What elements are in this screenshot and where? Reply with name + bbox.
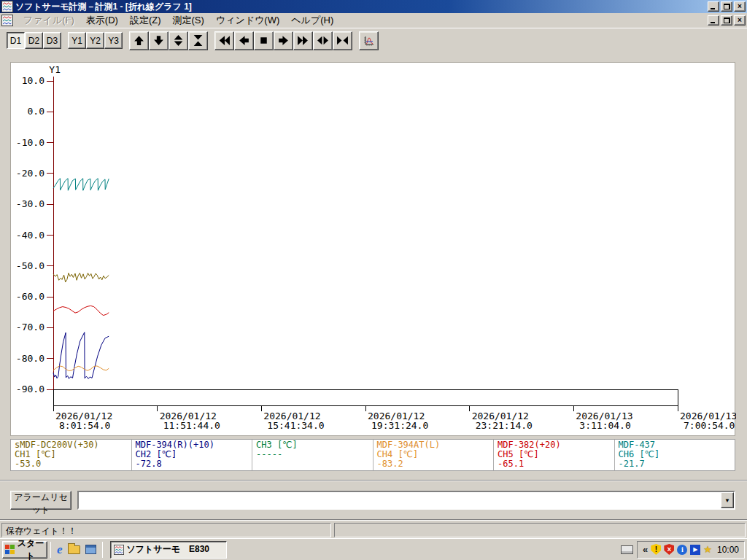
status-panel-right (334, 523, 746, 537)
fast-forward-icon (297, 34, 309, 47)
child-restore-button[interactable] (721, 15, 732, 26)
menu-ファイル(F)[interactable]: ファイル(F) (18, 13, 80, 28)
alarm-reset-button[interactable]: アラームリセット (10, 491, 71, 510)
scroll-up-button[interactable] (129, 31, 149, 50)
arrow-down-icon (152, 34, 165, 47)
app-icon (1, 1, 13, 12)
status-message: 保存ウェイト！！ (1, 523, 331, 537)
security-alert-icon[interactable]: × (664, 544, 674, 555)
desktop: ソフトサーモ計測－計測1 - [折れ線グラフ 1] × ファイル(F)表示(D)… (0, 0, 747, 560)
document-icon[interactable] (1, 15, 13, 26)
system-tray: « ! × i ▶ ★ 10:00 (637, 541, 745, 559)
task-button-softthermo[interactable]: ソフトサーモ E830 (110, 541, 227, 559)
child-close-button[interactable]: × (734, 15, 746, 26)
d2-button[interactable]: D2 (25, 32, 43, 49)
arrow-right-icon (277, 34, 290, 47)
graph-settings-button[interactable] (359, 31, 379, 50)
svg-text:-90.0: -90.0 (16, 384, 44, 394)
d1-button[interactable]: D1 (7, 32, 25, 49)
svg-text:19:31:24.0: 19:31:24.0 (371, 420, 428, 431)
y3-button[interactable]: Y3 (104, 32, 123, 49)
line-chart-svg: Y110.00.0-10.0-20.0-30.0-40.0-50.0-60.0-… (11, 63, 736, 437)
show-desktop-icon[interactable] (85, 545, 96, 554)
svg-text:-80.0: -80.0 (16, 353, 44, 364)
info-balloon-icon[interactable]: i (677, 545, 687, 555)
legend-cell-ch1: sMDF-DC200V(+30)CH1 [℃]-53.0 (11, 440, 132, 470)
svg-text:0.0: 0.0 (28, 106, 44, 117)
compress-vert-icon (192, 34, 204, 47)
menu-設定(Z)[interactable]: 設定(Z) (124, 13, 167, 28)
svg-text:10.0: 10.0 (22, 75, 44, 86)
expand-x-button[interactable] (313, 31, 333, 50)
arrow-left-icon (238, 34, 250, 47)
svg-text:15:41:34.0: 15:41:34.0 (267, 420, 324, 431)
close-button[interactable]: × (734, 1, 746, 12)
status-bar: 保存ウェイト！！ (0, 519, 747, 538)
taskbar-separator (50, 542, 51, 558)
y2-button[interactable]: Y2 (86, 32, 104, 49)
legend-cell-ch3: CH3 [℃]----- (252, 440, 374, 470)
svg-text:-50.0: -50.0 (16, 260, 44, 271)
svg-text:8:01:54.0: 8:01:54.0 (59, 420, 110, 431)
menu-ヘルプ(H)[interactable]: ヘルプ(H) (285, 13, 339, 28)
y1-button[interactable]: Y1 (68, 32, 86, 49)
compress-y-button[interactable] (188, 31, 208, 50)
expand-vert-icon (172, 34, 185, 47)
svg-text:-20.0: -20.0 (16, 168, 44, 179)
fast-forward-button[interactable] (293, 31, 313, 50)
toolbar: D1D2D3Y1Y2Y3 (0, 28, 747, 52)
tray-expand-icon[interactable]: « (643, 545, 648, 554)
svg-text:-10.0: -10.0 (16, 137, 44, 148)
rewind-icon (218, 34, 231, 47)
svg-text:3:11:04.0: 3:11:04.0 (579, 420, 630, 431)
start-button[interactable]: スタート (2, 541, 47, 559)
window-title: ソフトサーモ計測－計測1 - [折れ線グラフ 1] (15, 1, 708, 13)
scroll-right-button[interactable] (274, 31, 293, 50)
restore-button[interactable] (721, 1, 732, 12)
expand-horz-icon (317, 34, 329, 47)
arrow-up-icon (133, 34, 145, 47)
tray-clock: 10:00 (717, 545, 739, 555)
compress-x-button[interactable] (333, 31, 352, 50)
menu-表示(D)[interactable]: 表示(D) (80, 13, 124, 28)
legend-cell-ch6: MDF-437CH6 [℃]-21.7 (615, 440, 735, 470)
menu-items: ファイル(F)表示(D)設定(Z)測定(S)ウィンドウ(W)ヘルプ(H) (18, 13, 708, 28)
compress-horz-icon (336, 34, 349, 47)
taskbar-separator (102, 542, 103, 558)
my-documents-icon[interactable] (68, 545, 80, 554)
combo-dropdown-button[interactable]: ▼ (721, 492, 734, 508)
d3-button[interactable]: D3 (43, 32, 61, 49)
title-bar: ソフトサーモ計測－計測1 - [折れ線グラフ 1] × (0, 0, 747, 13)
alarm-combobox[interactable]: ▼ (77, 491, 735, 510)
task-app-icon (114, 545, 124, 555)
svg-text:11:51:44.0: 11:51:44.0 (163, 420, 220, 431)
stop-button[interactable] (254, 31, 274, 50)
media-play-icon[interactable]: ▶ (690, 545, 700, 555)
legend-cell-ch4: MDF-394AT(L)CH4 [℃]-83.2 (374, 440, 495, 470)
svg-text:-60.0: -60.0 (16, 291, 44, 302)
updates-star-icon[interactable]: ★ (703, 545, 712, 554)
svg-text:7:00:54.0: 7:00:54.0 (684, 420, 735, 431)
taskbar: スタート e ソフトサーモ E830 « ! × i ▶ ★ 10:00 (0, 538, 747, 560)
svg-text:-30.0: -30.0 (16, 198, 44, 209)
rewind-button[interactable] (214, 31, 234, 50)
scroll-down-button[interactable] (149, 31, 169, 50)
svg-text:-40.0: -40.0 (16, 230, 44, 241)
child-minimize-button[interactable] (708, 15, 719, 26)
start-label: スタート (17, 537, 44, 560)
keyboard-icon[interactable] (621, 545, 633, 554)
minimize-button[interactable] (708, 1, 719, 12)
scroll-left-button[interactable] (234, 31, 254, 50)
svg-text:Y1: Y1 (49, 64, 61, 75)
stop-icon (258, 34, 270, 47)
menu-測定(S)[interactable]: 測定(S) (166, 13, 209, 28)
internet-explorer-icon[interactable]: e (57, 543, 63, 556)
security-warning-icon[interactable]: ! (651, 544, 661, 555)
menu-ウィンドウ(W)[interactable]: ウィンドウ(W) (210, 13, 285, 28)
alarm-bar: アラームリセット ▼ (0, 480, 747, 518)
task-button-label: ソフトサーモ E830 (127, 543, 209, 556)
channel-legend: sMDF-DC200V(+30)CH1 [℃]-53.0MDF-394(R)(+… (10, 439, 735, 471)
windows-logo-icon (5, 545, 15, 554)
alarm-combo-value[interactable] (79, 492, 721, 508)
expand-y-button[interactable] (169, 31, 188, 50)
